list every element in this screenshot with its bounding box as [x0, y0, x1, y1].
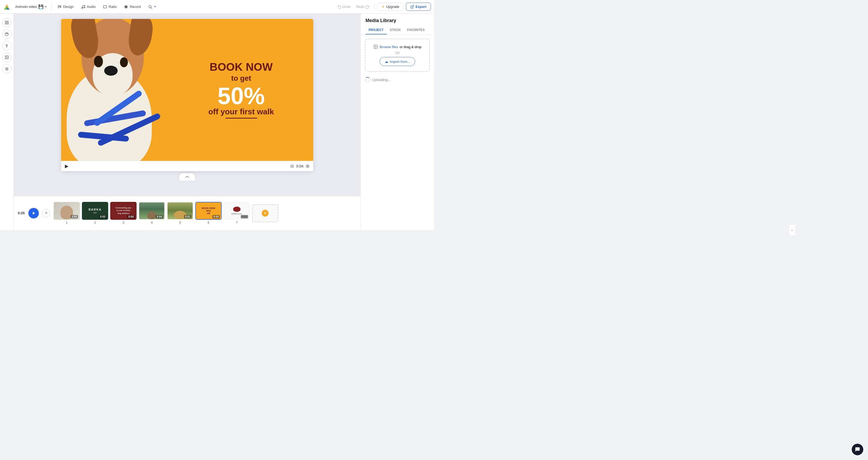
clip-2-number: 2	[94, 221, 96, 225]
clip-4-duration: 0:04	[156, 215, 163, 219]
text-tool-button[interactable]: T	[2, 41, 11, 51]
main-toolbar: Animoto video 💾 ▾ Design Audio Ratio Rec…	[0, 0, 434, 14]
play-icon: ▶	[65, 164, 68, 169]
redo-button[interactable]: Redo	[354, 3, 372, 10]
svg-point-5	[84, 7, 85, 8]
import-from-button[interactable]: ☁ Import from...	[380, 57, 415, 66]
layout-tool-button[interactable]	[2, 18, 11, 27]
image-tool-button[interactable]	[2, 53, 11, 62]
audio-button[interactable]: Audio	[78, 3, 99, 10]
import-label: Import from...	[390, 60, 410, 64]
media-library-panel: Media Library PROJECT STOCK FAVORITES Br…	[361, 14, 434, 230]
project-name-button[interactable]: Animoto video 💾 ▾	[13, 3, 49, 10]
effects-tool-button[interactable]	[2, 64, 11, 74]
svg-line-11	[412, 5, 413, 7]
upgrade-button[interactable]: ✦ Upgrade	[377, 3, 404, 11]
drag-drop-text: or drag & drop	[400, 45, 422, 49]
canvas-text-area: BOOK NOW to get 50% off your first walk	[175, 56, 313, 124]
main-area: T	[0, 14, 434, 230]
color-tool-button[interactable]	[2, 29, 11, 39]
timeline-collapse-handle[interactable]	[179, 173, 195, 180]
tab-stock[interactable]: STOCK	[387, 26, 404, 34]
clip-thumb-3[interactable]: Connecting youto our trusteddog walkers …	[110, 202, 136, 220]
add-clip-icon: +	[262, 210, 269, 217]
search-button[interactable]: ✦	[145, 3, 159, 10]
timeline-play-button[interactable]	[28, 208, 39, 219]
canvas-image[interactable]: BOOK NOW to get 50% off your first walk	[61, 19, 313, 161]
record-label: Record	[130, 5, 141, 9]
upload-or-text: OR	[395, 51, 400, 55]
underline-decoration	[225, 118, 257, 119]
upload-top-row: Browse files or drag & drop	[373, 45, 422, 49]
clip-3-duration: 0:04	[127, 215, 135, 219]
timeline: 0:25 + 0:04 1	[14, 196, 361, 230]
clip-6-number: 6	[208, 221, 210, 225]
canvas-controls-bar: ▶ ⊖ 0:04 ⊕	[61, 161, 313, 171]
add-clip-button[interactable]: +	[252, 204, 278, 222]
svg-line-10	[151, 8, 152, 9]
svg-rect-6	[103, 5, 106, 8]
svg-point-4	[82, 7, 83, 8]
clip-7-duration: 0:04	[241, 215, 248, 219]
headline-to-get: to get	[231, 74, 251, 83]
svg-point-25	[375, 46, 375, 46]
undo-label: Undo	[342, 5, 350, 9]
zoom-out-button[interactable]: ⊖	[290, 163, 294, 169]
svg-point-22	[6, 68, 7, 69]
undo-button[interactable]: Undo	[335, 3, 353, 10]
redo-label: Redo	[356, 5, 365, 9]
svg-rect-14	[5, 23, 6, 24]
timeline-clip-3: Connecting youto our trusteddog walkers …	[110, 202, 136, 225]
export-button[interactable]: Export	[406, 3, 431, 11]
current-time: 0:04	[296, 164, 303, 168]
save-icon: 💾	[38, 4, 43, 9]
cloud-upload-icon: ☁	[385, 59, 388, 64]
svg-rect-13	[7, 21, 8, 22]
dog-illustration-area	[61, 19, 175, 161]
svg-point-3	[60, 6, 61, 7]
svg-point-20	[6, 57, 6, 57]
svg-marker-23	[33, 211, 35, 214]
clip-thumb-2[interactable]: BARKA app 0:03	[82, 202, 108, 220]
tab-favorites[interactable]: FAVORITES	[404, 26, 428, 34]
tools-sidebar: T	[0, 14, 14, 230]
uploading-indicator: Uploading...	[365, 76, 430, 84]
design-button[interactable]: Design	[54, 3, 77, 10]
timeline-clip-1: 0:04 1	[54, 202, 80, 225]
panel-title: Media Library	[361, 14, 434, 23]
browse-files-link[interactable]: Browse files	[380, 45, 398, 49]
clip-6-duration: 0:04	[212, 215, 220, 219]
headline-off-walk: off your first walk	[208, 107, 274, 116]
clip-thumb-7[interactable]: BARKA.com 0:04	[224, 202, 250, 220]
canvas-play-button[interactable]: ▶	[65, 163, 68, 169]
project-name-label: Animoto video	[15, 5, 37, 9]
timeline-add-button[interactable]: +	[42, 209, 51, 218]
clip-thumb-5[interactable]: 0:01	[167, 202, 193, 220]
clip-thumb-1[interactable]: 0:04	[54, 202, 80, 220]
svg-point-8	[125, 6, 127, 8]
toolbar-divider-1	[51, 3, 52, 10]
clip-thumb-4[interactable]: 0:04	[138, 202, 165, 220]
svg-rect-12	[5, 21, 6, 22]
timeline-total-time: 0:25	[18, 211, 25, 215]
headline-fifty: 50%	[217, 84, 265, 108]
upload-zone: Browse files or drag & drop OR ☁ Import …	[365, 39, 430, 72]
record-button[interactable]: Record	[121, 3, 144, 10]
canvas-background: BOOK NOW to get 50% off your first walk	[61, 19, 313, 161]
clip-5-number: 5	[179, 221, 181, 225]
clip-4-number: 4	[151, 221, 153, 225]
design-label: Design	[63, 5, 73, 9]
timeline-clip-4: 0:04 4	[138, 202, 165, 225]
ratio-button[interactable]: Ratio	[100, 3, 120, 10]
svg-point-18	[7, 33, 8, 34]
clip-thumb-6[interactable]: BOOK NOW50%off 0:04	[195, 202, 222, 220]
zoom-in-button[interactable]: ⊕	[306, 163, 310, 169]
timeline-clips: 0:04 1 BARKA app 0:03 2	[54, 202, 278, 225]
clip-2-duration: 0:03	[99, 215, 106, 219]
undo-redo-group: Undo Redo	[335, 3, 372, 10]
dog-visual	[61, 19, 175, 161]
svg-rect-15	[7, 23, 8, 24]
timeline-clip-5: 0:01 5	[167, 202, 193, 225]
tab-project[interactable]: PROJECT	[366, 26, 387, 34]
panel-tabs: PROJECT STOCK FAVORITES	[361, 26, 434, 34]
